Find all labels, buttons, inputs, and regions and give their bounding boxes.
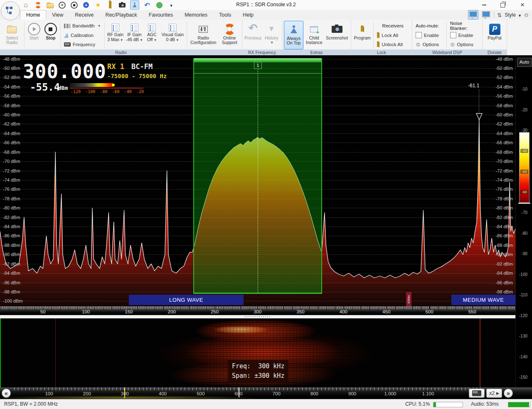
app-menu-button[interactable] [1, 1, 20, 20]
select-radio-button[interactable]: Select Radio [2, 21, 22, 49]
rf-gain-button[interactable]: RF Gain 3 Max▼ [106, 21, 125, 49]
tab-favourites[interactable]: Favourites [143, 10, 179, 20]
dbm-label-right: -80 dBm [490, 205, 513, 211]
rf-gain-icon [111, 22, 119, 32]
screenshot-button[interactable]: Screenshot [325, 21, 349, 49]
style-label[interactable]: Style [505, 12, 516, 18]
s-meter-bar [70, 83, 113, 87]
noise-blanker-options-button[interactable]: Options [450, 41, 479, 48]
tab-rec-playback[interactable]: Rec/Playback [99, 10, 143, 20]
dbm-label-right: -48 dBm [490, 56, 513, 62]
always-on-top-button[interactable]: Always On Top [284, 21, 303, 49]
select-radio-icon [8, 22, 15, 36]
title-bar: + RSP1 :: SDR Console v3.2 [0, 0, 532, 10]
pane-splitter[interactable] [0, 315, 515, 318]
freq-tick-label: 150 [125, 309, 133, 314]
auto-mute-options-button[interactable]: Options [416, 41, 443, 48]
audio-buffer-bar [508, 402, 530, 407]
rx-marker-badge[interactable]: 1 [254, 62, 262, 69]
waterfall-panel[interactable]: Freq: 300 kHz Span: ±300 kHz [0, 318, 515, 387]
settings-gear-icon[interactable] [524, 11, 529, 19]
dbm-label-left: -60 dBm [3, 112, 20, 118]
scroll-right-button[interactable] [504, 389, 513, 398]
previous-button[interactable]: Previous [244, 21, 262, 49]
freq-tick-label: 350 [297, 309, 305, 314]
auto-scale-button[interactable]: Auto [517, 58, 532, 67]
dbm-label-left: -86 dBm [3, 233, 20, 239]
auto-mute-enable-checkbox[interactable]: Enable [416, 32, 443, 39]
waterfall-scale-label: -150 [516, 375, 527, 379]
radio-configuration-button[interactable]: Radio Configuration [189, 21, 218, 49]
s-meter-dot [112, 84, 115, 86]
start-icon [28, 22, 40, 36]
tab-memories[interactable]: Memories [179, 10, 213, 20]
ribbon-group-extras: Always On Top Child Instance Screenshot … [282, 20, 351, 55]
tab-receive[interactable]: Receive [69, 10, 99, 20]
tab-view[interactable]: View [46, 10, 69, 20]
waterfall-left-edge-line [0, 318, 1, 387]
s-meter-underline [70, 88, 143, 89]
frequency-readout[interactable]: 300.000 [23, 60, 106, 83]
dbm-label-left: -64 dBm [3, 131, 20, 136]
lock-program-button[interactable]: Program [353, 21, 372, 49]
freq-tick-label: 250 [211, 309, 219, 314]
stop-button[interactable]: Stop [43, 21, 59, 49]
band-long-wave: LONG WAVE [129, 295, 244, 305]
start-button[interactable]: Start [26, 21, 42, 49]
visual-gain-button[interactable]: Visual Gain 0 dB▼ [160, 21, 185, 49]
keyboard-entry-button[interactable] [469, 389, 485, 398]
display-layout-1-icon[interactable] [468, 10, 478, 20]
gear-icon [416, 42, 421, 48]
dbm-label-left: -54 dBm [3, 84, 20, 90]
frequency-button[interactable]: Frequency [64, 41, 101, 48]
dbm-label-right: -70 dBm [490, 158, 513, 164]
scroll-left-button[interactable] [2, 389, 11, 398]
dbm-label-left: -76 dBm [3, 186, 20, 192]
style-dropdown-icon[interactable] [519, 11, 521, 19]
s-meter-tick: -120 [71, 89, 81, 94]
freq-ruler-bottom[interactable]: x2▶ 1002003004005006007008009001.0001.10… [0, 387, 532, 399]
dbm-label-right: -96 dBm [490, 280, 513, 286]
tab-help[interactable]: Help [237, 10, 259, 20]
display-layout-2-icon[interactable] [481, 10, 491, 19]
bandwidth-button[interactable]: Bandwidth▼ [64, 22, 101, 29]
freq-tick-label: 550 [468, 309, 476, 314]
lock-all-icon [377, 33, 379, 38]
lock-all-button[interactable]: Lock All [377, 32, 409, 39]
cpu-usage-bar [433, 402, 463, 407]
calibration-button[interactable]: Calibration [64, 32, 101, 39]
online-support-button[interactable]: Online Support [219, 21, 240, 49]
paypal-button[interactable]: P PayPal [484, 21, 505, 49]
child-instance-button[interactable]: Child Instance [304, 21, 324, 49]
color-bar[interactable]: -40-50-60 [519, 132, 530, 203]
dbm-label-left: -70 dBm [3, 158, 20, 164]
color-bar-label: -50 [520, 170, 528, 174]
rx-selection-region[interactable]: 1 [193, 58, 322, 294]
overview-tick-label: 1.000 [384, 391, 396, 396]
splitter-handle-icon[interactable] [244, 316, 271, 317]
history-button[interactable]: History ▼ [263, 21, 280, 49]
if-gain-icon [131, 22, 138, 32]
tab-home[interactable]: Home [20, 10, 46, 20]
minimize-button[interactable] [477, 0, 491, 10]
dbm-label-right: -54 dBm [490, 84, 513, 90]
child-instance-icon [310, 22, 318, 36]
zoom-button[interactable]: x2▶ [486, 389, 502, 398]
agc-button[interactable]: AGC Off▼ [144, 21, 159, 49]
overview-tick-label: 900 [348, 391, 356, 396]
dbm-label-left: -80 dBm [3, 205, 20, 211]
close-button[interactable] [515, 0, 530, 10]
if-gain-button[interactable]: IF Gain -45 dB▼ [125, 21, 143, 49]
dbm-label-right: -90 dBm [490, 251, 513, 257]
noise-blanker-enable-checkbox[interactable]: Enable [450, 32, 479, 39]
freq-ruler-top[interactable]: 50100150200250300350400450500550 [0, 306, 515, 315]
restore-button[interactable] [495, 0, 510, 10]
unlock-all-button[interactable]: Unlock All [377, 41, 409, 48]
style-spinner-icon[interactable] [497, 11, 502, 19]
overview-tick-label: 300 [121, 391, 129, 396]
spectrum-panel[interactable]: -48 dBm-48 dBm-50 dBm-50 dBm-52 dBm-52 d… [0, 55, 515, 306]
gear-icon [450, 42, 455, 48]
dbm-label-left: -98 dBm [3, 289, 20, 295]
tab-tools[interactable]: Tools [213, 10, 237, 20]
receivers-label: Receivers [377, 22, 409, 29]
